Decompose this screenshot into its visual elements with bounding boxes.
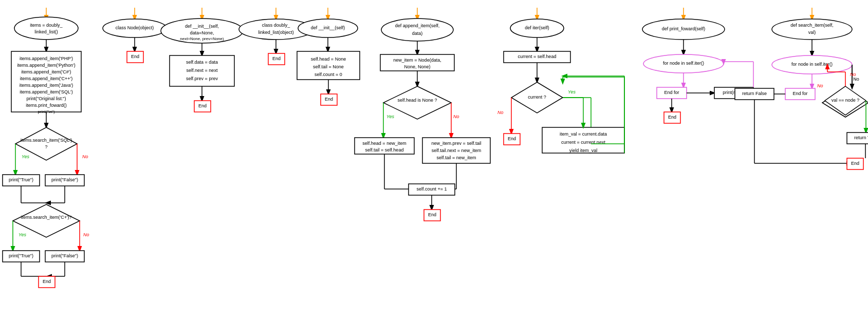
svg-text:new_item = Node(data,: new_item = Node(data, — [393, 58, 441, 63]
svg-text:self.tail = self.head: self.tail = self.head — [365, 147, 404, 153]
svg-point-85 — [381, 18, 453, 41]
svg-text:End: End — [198, 103, 207, 108]
svg-text:current = self.head: current = self.head — [518, 54, 557, 59]
svg-point-162 — [772, 19, 852, 40]
svg-text:linked_list(object): linked_list(object) — [258, 30, 294, 35]
svg-text:self.prev = prev: self.prev = prev — [186, 76, 218, 81]
svg-text:return True: return True — [854, 135, 868, 140]
svg-text:for node in self.iter(): for node in self.iter() — [791, 62, 833, 67]
svg-text:End: End — [428, 212, 436, 217]
svg-text:def __init__(self): def __init__(self) — [311, 25, 345, 30]
svg-text:items.print_foward(): items.print_foward() — [26, 103, 67, 108]
svg-point-1 — [14, 17, 78, 40]
svg-text:No: No — [83, 232, 89, 237]
svg-text:No: No — [82, 154, 88, 159]
svg-text:data): data) — [412, 31, 423, 36]
svg-text:Yes: Yes — [19, 232, 27, 237]
svg-text:def print_foward(self): def print_foward(self) — [662, 26, 706, 31]
svg-text:for node in self.iter(): for node in self.iter() — [663, 61, 704, 66]
svg-text:new_item.prev = self.tail: new_item.prev = self.tail — [432, 141, 482, 146]
svg-text:No: No — [817, 83, 823, 88]
svg-text:End: End — [131, 54, 139, 59]
svg-text:current ?: current ? — [528, 95, 546, 100]
flowchart-canvas: items = doubly_ linked_list() items.appe… — [0, 0, 868, 321]
svg-text:None, None): None, None) — [404, 64, 430, 69]
svg-text:self.count = 0: self.count = 0 — [315, 72, 342, 77]
svg-text:items.append_item('Java'): items.append_item('Java') — [20, 83, 73, 88]
svg-text:self.tail = None: self.tail = None — [313, 64, 344, 69]
svg-text:End: End — [43, 279, 51, 284]
svg-text:Yes: Yes — [22, 154, 30, 159]
svg-text:No: No — [453, 114, 459, 119]
svg-text:def append_item(self,: def append_item(self, — [395, 23, 440, 28]
svg-text:def iter(self): def iter(self) — [525, 25, 549, 30]
svg-text:next=None, prev=None): next=None, prev=None) — [180, 36, 224, 41]
svg-text:items.search_item('SQL'): items.search_item('SQL') — [21, 138, 72, 143]
svg-text:items = doubly_: items = doubly_ — [30, 23, 63, 28]
svg-text:items.append_item('SQL'): items.append_item('SQL') — [20, 89, 72, 95]
svg-text:items.append_item('Python'): items.append_item('Python') — [17, 63, 76, 68]
svg-text:self.head = None: self.head = None — [311, 56, 346, 62]
svg-text:self.next = next: self.next = next — [187, 68, 218, 73]
svg-text:items.search_item('C+')?: items.search_item('C+')? — [21, 215, 71, 220]
svg-text:data=None,: data=None, — [190, 30, 214, 35]
svg-text:def __init__(self,: def __init__(self, — [185, 24, 219, 29]
svg-text:item_val = current.data: item_val = current.data — [560, 131, 607, 137]
svg-text:self.count += 1: self.count += 1 — [416, 186, 447, 192]
svg-text:?: ? — [45, 144, 47, 149]
svg-text:End for: End for — [792, 91, 807, 96]
svg-text:No: No — [853, 77, 859, 82]
svg-text:End: End — [668, 115, 676, 120]
svg-text:End: End — [272, 56, 281, 61]
svg-text:val): val) — [808, 30, 816, 35]
svg-text:self.data = data: self.data = data — [186, 60, 218, 65]
svg-text:self.tail = new_item: self.tail = new_item — [437, 155, 476, 160]
svg-text:self.head = new_item: self.head = new_item — [362, 141, 406, 146]
svg-text:self.tail.next = new_item: self.tail.next = new_item — [432, 148, 481, 153]
svg-text:class doubly_: class doubly_ — [262, 23, 291, 28]
svg-text:End: End — [508, 136, 516, 141]
svg-text:End: End — [325, 97, 333, 102]
svg-text:def search_item(self,: def search_item(self, — [790, 23, 834, 28]
svg-text:print("Original list:"): print("Original list:") — [27, 96, 66, 101]
svg-text:self.head is None ?: self.head is None ? — [397, 98, 437, 103]
svg-text:print("False"): print("False") — [51, 177, 78, 182]
svg-text:End: End — [851, 161, 859, 166]
svg-text:print("True"): print("True") — [9, 177, 33, 182]
svg-text:No: No — [850, 72, 856, 77]
svg-text:Yes: Yes — [386, 114, 395, 119]
svg-text:End for: End for — [664, 90, 679, 95]
svg-text:print("True"): print("True") — [9, 253, 33, 258]
svg-text:items.append_item('C#'): items.append_item('C#') — [22, 69, 71, 74]
svg-text:items.append_item('C++'): items.append_item('C++') — [20, 76, 73, 81]
flowchart-svg: items = doubly_ linked_list() items.appe… — [0, 0, 868, 321]
svg-text:return False: return False — [742, 91, 767, 96]
svg-text:yield item_val: yield item_val — [569, 148, 598, 153]
svg-text:No: No — [497, 110, 504, 115]
svg-text:linked_list(): linked_list() — [34, 29, 58, 34]
svg-text:items.append_item('PHP'): items.append_item('PHP') — [20, 56, 73, 61]
svg-text:Yes: Yes — [568, 89, 576, 95]
svg-text:current = current.next: current = current.next — [561, 140, 605, 145]
svg-text:print("False"): print("False") — [51, 253, 78, 258]
svg-text:class Node(object): class Node(object) — [116, 25, 154, 30]
svg-text:val == node ?: val == node ? — [832, 98, 860, 103]
